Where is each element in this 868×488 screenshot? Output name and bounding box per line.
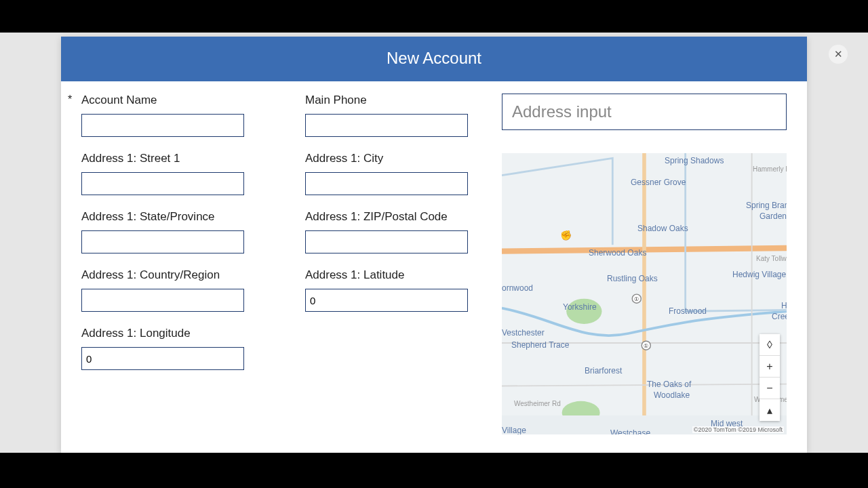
field-longitude: Address 1: Longitude (68, 327, 264, 370)
map-place-label: Katy Tollway (756, 255, 787, 262)
label-country: Address 1: Country/Region (68, 268, 264, 282)
map-place-label: Shepherd Trace (511, 340, 569, 350)
state-input[interactable] (81, 230, 244, 253)
map-place-label: Spring Branch (746, 201, 787, 210)
map-place-label: Yorkshire (563, 302, 597, 312)
field-latitude: Address 1: Latitude (292, 268, 488, 312)
label-state: Address 1: State/Province (68, 210, 264, 224)
field-country: Address 1: Country/Region (68, 268, 264, 312)
map-zoom-in-button[interactable]: + (760, 356, 780, 378)
map-place-label: Hedwig Village (732, 270, 786, 279)
map-place-label: Vestchester (502, 328, 545, 338)
form-column-right: Main Phone Address 1: City Address 1: ZI… (292, 94, 488, 434)
svg-text:①: ① (634, 296, 639, 302)
map-place-label: Hammerly Blvd (753, 165, 787, 173)
plus-icon: + (766, 361, 772, 373)
map-place-label: ornwood (502, 283, 533, 293)
map-tilt-button[interactable]: ▴ (760, 399, 780, 421)
label-street1: Address 1: Street 1 (68, 152, 264, 165)
account-name-input[interactable] (81, 114, 244, 137)
city-input[interactable] (305, 172, 468, 195)
tilt-icon: ▴ (767, 404, 772, 417)
map-locate-button[interactable]: ◊ (760, 334, 780, 356)
country-input[interactable] (81, 289, 244, 312)
address-search-input[interactable] (502, 94, 787, 130)
field-state: Address 1: State/Province (68, 210, 264, 253)
label-city: Address 1: City (292, 152, 488, 165)
map-place-label: Woodlake (654, 390, 690, 400)
latitude-input[interactable] (305, 289, 468, 312)
map-place-label: Shadow Oaks (637, 224, 688, 233)
dialog-body: * Account Name Address 1: Street 1 Addre… (61, 81, 807, 434)
form-columns: * Account Name Address 1: Street 1 Addre… (68, 94, 488, 434)
label-latitude: Address 1: Latitude (292, 268, 488, 282)
form-column-left: * Account Name Address 1: Street 1 Addre… (68, 94, 264, 434)
map-place-label: The Oaks of (647, 380, 691, 389)
map-canvas[interactable]: ① ① Spring ShadowsGessner GroveHammerly … (502, 153, 787, 434)
map-place-label: Westheimer Rd (514, 400, 561, 407)
label-account-name: * Account Name (68, 94, 264, 107)
locate-icon: ◊ (767, 339, 772, 351)
map-place-label: Village (502, 426, 526, 434)
close-button[interactable]: ✕ (829, 45, 848, 64)
longitude-input[interactable] (81, 347, 244, 370)
street1-input[interactable] (81, 172, 244, 195)
letterbox-top (0, 0, 868, 33)
map-place-label: Rustling Oaks (607, 274, 658, 283)
map-roads: ① ① (502, 153, 787, 415)
map-place-label: Creek Villa (772, 312, 787, 321)
zip-input[interactable] (305, 230, 468, 253)
field-street1: Address 1: Street 1 (68, 152, 264, 195)
map-place-label: Spring Shadows (665, 156, 724, 165)
stage-background: ✕ New Account * Account Name Address 1: … (0, 33, 868, 453)
new-account-dialog: ✕ New Account * Account Name Address 1: … (61, 37, 807, 453)
label-zip: Address 1: ZIP/Postal Code (292, 210, 488, 224)
minus-icon: − (766, 382, 772, 394)
field-city: Address 1: City (292, 152, 488, 195)
field-account-name: * Account Name (68, 94, 264, 137)
svg-text:①: ① (644, 342, 648, 349)
map-pane: ① ① Spring ShadowsGessner GroveHammerly … (502, 94, 800, 434)
field-main-phone: Main Phone (292, 94, 488, 137)
map-place-label: Frostwood (669, 306, 707, 316)
map-place-label: Hunters (781, 301, 787, 310)
label-main-phone: Main Phone (292, 94, 488, 107)
map-place-label: Briarforest (585, 366, 622, 375)
dialog-title: New Account (61, 37, 807, 81)
map-attribution: ©2020 TomTom ©2019 Microsoft (692, 426, 784, 433)
map-place-label: Westchase (610, 428, 650, 434)
map-place-label: Gardens (760, 211, 787, 221)
letterbox-bottom (0, 453, 868, 488)
map-place-label: Sherwood Oaks (589, 248, 646, 258)
field-zip: Address 1: ZIP/Postal Code (292, 210, 488, 253)
map-zoom-out-button[interactable]: − (760, 378, 780, 399)
map-place-label: Gessner Grove (631, 178, 686, 187)
label-longitude: Address 1: Longitude (68, 327, 264, 340)
map-controls: ◊ + − ▴ (760, 334, 780, 421)
required-indicator: * (68, 94, 72, 106)
close-icon: ✕ (834, 48, 843, 60)
main-phone-input[interactable] (305, 114, 468, 137)
